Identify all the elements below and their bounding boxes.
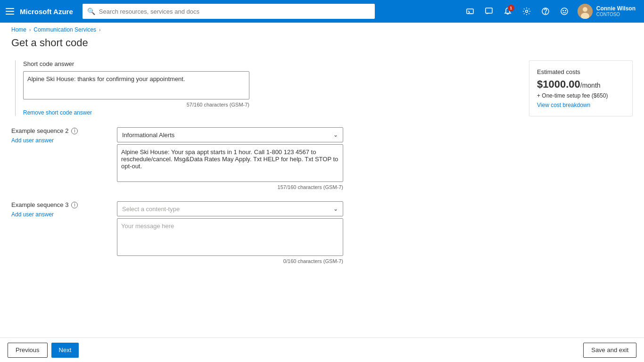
seq2-char-count: 157/160 characters (GSM-7) — [117, 184, 343, 190]
seq2-label-text: Example sequence 2 — [11, 127, 68, 134]
seq3-dropdown-placeholder: Select a content-type — [122, 206, 180, 213]
user-org: CONTOSO — [596, 12, 636, 17]
page-content: Get a short code Short code answer Alpin… — [0, 37, 644, 313]
breadcrumb-home[interactable]: Home — [11, 26, 26, 33]
svg-rect-2 — [6, 14, 14, 15]
settings-icon[interactable] — [518, 3, 535, 20]
user-info: Connie Wilson CONTOSO — [596, 5, 636, 17]
seq3-info-icon[interactable]: i — [71, 202, 78, 208]
short-code-char-count: 57/160 characters (GSM-7) — [23, 102, 249, 107]
brand-title: Microsoft Azure — [20, 8, 73, 16]
example-sequence-2: Example sequence 2 i Add user answer Inf… — [11, 127, 518, 190]
svg-point-10 — [563, 10, 563, 11]
costs-period: /month — [580, 82, 601, 89]
svg-point-9 — [561, 8, 568, 15]
svg-point-13 — [583, 7, 587, 12]
chevron-down-icon: ⌄ — [333, 132, 338, 138]
breadcrumb: Home › Communication Services › — [0, 23, 644, 37]
main-layout: Short code answer Alpine Ski House: than… — [11, 60, 633, 275]
top-navigation: Microsoft Azure 🔍 1 — [0, 0, 644, 23]
svg-rect-1 — [6, 11, 14, 12]
remove-short-code-link[interactable]: Remove short code answer — [23, 109, 92, 116]
svg-rect-3 — [467, 9, 473, 14]
notifications-icon[interactable]: 1 — [499, 3, 516, 20]
costs-value: $1000.00 — [537, 78, 580, 90]
feedback-smiley-icon[interactable] — [556, 3, 573, 20]
seq3-chevron-down-icon: ⌄ — [333, 206, 338, 212]
breadcrumb-sep-1: › — [29, 27, 31, 33]
seq3-message-textarea[interactable]: Your message here — [117, 218, 343, 256]
seq2-add-link[interactable]: Add user answer — [11, 137, 54, 144]
nav-icons: 1 — [462, 3, 638, 20]
hamburger-menu[interactable] — [6, 8, 14, 15]
breadcrumb-service[interactable]: Communication Services — [33, 26, 96, 33]
seq2-dropdown-label: Informational Alerts — [122, 132, 174, 139]
seq3-label-area: Example sequence 3 i Add user answer — [11, 201, 106, 218]
svg-rect-5 — [486, 8, 492, 13]
search-icon: 🔍 — [87, 8, 95, 15]
costs-title: Estimated costs — [537, 68, 625, 75]
seq3-dropdown[interactable]: Select a content-type ⌄ — [117, 201, 343, 216]
seq2-label-area: Example sequence 2 i Add user answer — [11, 127, 106, 144]
vertical-line-group: Short code answer Alpine Ski House: than… — [11, 60, 518, 116]
seq3-char-count: 0/160 characters (GSM-7) — [117, 258, 343, 264]
seq3-label-text: Example sequence 3 — [11, 201, 68, 208]
user-name: Connie Wilson — [596, 5, 636, 12]
seq2-info-icon[interactable]: i — [71, 128, 78, 134]
notification-badge: 1 — [508, 5, 514, 11]
vertical-line — [15, 60, 16, 116]
seq2-message-textarea[interactable]: Alpine Ski House: Your spa appt starts i… — [117, 144, 343, 182]
avatar — [578, 4, 593, 19]
seq3-add-link[interactable]: Add user answer — [11, 211, 54, 218]
svg-point-6 — [525, 10, 528, 13]
seq2-controls: Informational Alerts ⌄ Alpine Ski House:… — [117, 127, 518, 190]
svg-point-8 — [545, 13, 545, 13]
seq2-dropdown[interactable]: Informational Alerts ⌄ — [117, 127, 343, 142]
help-icon[interactable] — [537, 3, 554, 20]
estimated-costs-card: Estimated costs $1000.00/month + One-tim… — [529, 60, 633, 116]
cloud-shell-icon[interactable] — [462, 3, 479, 20]
short-code-textarea[interactable]: Alpine Ski House: thanks for confirming … — [23, 71, 249, 99]
search-bar[interactable]: 🔍 — [83, 4, 375, 19]
seq3-label: Example sequence 3 i — [11, 201, 106, 208]
example-sequence-3: Example sequence 3 i Add user answer Sel… — [11, 201, 518, 264]
breadcrumb-sep-2: › — [99, 27, 100, 33]
feedback-icon[interactable] — [480, 3, 497, 20]
user-section[interactable]: Connie Wilson CONTOSO — [575, 4, 638, 19]
search-input[interactable] — [99, 8, 370, 15]
costs-amount: $1000.00/month — [537, 78, 625, 90]
short-code-inner: Short code answer Alpine Ski House: than… — [23, 60, 518, 116]
costs-setup: + One-time setup fee ($650) — [537, 92, 625, 99]
seq2-label: Example sequence 2 i — [11, 127, 106, 134]
page-title: Get a short code — [11, 37, 633, 49]
short-code-answer-section: Short code answer Alpine Ski House: than… — [11, 60, 518, 116]
form-area: Short code answer Alpine Ski House: than… — [11, 60, 518, 275]
seq3-controls: Select a content-type ⌄ Your message her… — [117, 201, 518, 264]
view-cost-breakdown-link[interactable]: View cost breakdown — [537, 102, 590, 108]
short-code-label: Short code answer — [23, 60, 518, 67]
svg-rect-0 — [6, 8, 14, 9]
svg-point-11 — [565, 10, 566, 11]
